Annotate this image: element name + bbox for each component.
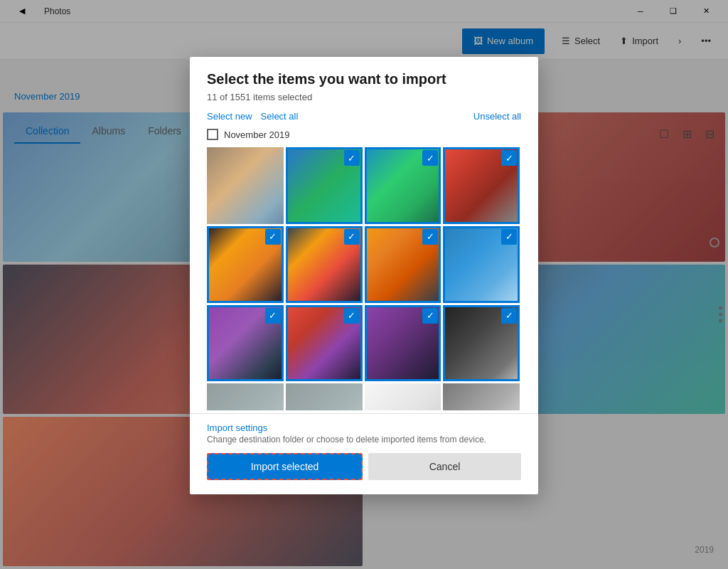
photo-cell-2[interactable]: ✓	[286, 147, 363, 224]
photo-grid: ✓✓✓✓✓✓✓✓✓✓✓	[207, 147, 521, 410]
dialog-title: Select the items you want to import	[207, 71, 521, 87]
select-all-button[interactable]: Select all	[261, 111, 299, 122]
group-checkbox[interactable]	[207, 129, 218, 140]
group-checkbox-label: November 2019	[224, 129, 290, 140]
group-checkbox-row: November 2019	[207, 129, 521, 140]
photo-cell-9[interactable]: ✓	[207, 305, 284, 382]
import-settings-link[interactable]: Import settings	[207, 422, 267, 433]
select-new-button[interactable]: Select new	[207, 111, 252, 122]
photo-cell-13[interactable]	[207, 383, 284, 410]
photo-cell-5[interactable]: ✓	[207, 226, 284, 303]
check-badge-7: ✓	[422, 229, 438, 245]
photo-cell-15[interactable]	[365, 383, 441, 410]
photo-bg-15	[365, 383, 441, 410]
photo-cell-7[interactable]: ✓	[365, 226, 441, 303]
import-selected-button[interactable]: Import selected	[207, 453, 363, 480]
photo-bg-13	[207, 383, 284, 410]
photo-bg-14	[286, 383, 363, 410]
dialog-actions-row: Select new Select all Unselect all	[207, 111, 521, 122]
check-badge-8: ✓	[501, 229, 517, 245]
photo-cell-10[interactable]: ✓	[286, 305, 363, 382]
photo-cell-1[interactable]	[207, 147, 284, 224]
check-badge-4: ✓	[501, 150, 517, 166]
check-badge-5: ✓	[265, 229, 281, 245]
dialog-actions-left: Select new Select all	[207, 111, 298, 122]
unselect-all-button[interactable]: Unselect all	[473, 111, 521, 122]
photo-cell-14[interactable]	[286, 383, 363, 410]
photo-cell-4[interactable]: ✓	[443, 147, 520, 224]
check-badge-3: ✓	[422, 150, 438, 166]
import-dialog: Select the items you want to import 11 o…	[190, 57, 538, 494]
photo-cell-16[interactable]	[443, 383, 520, 410]
photo-bg-16	[443, 383, 520, 410]
photo-cell-12[interactable]: ✓	[443, 305, 520, 382]
photo-cell-11[interactable]: ✓	[365, 305, 441, 382]
photo-grid-container[interactable]: ✓✓✓✓✓✓✓✓✓✓✓	[207, 147, 521, 410]
check-badge-12: ✓	[501, 308, 517, 324]
check-badge-6: ✓	[344, 229, 360, 245]
cancel-button[interactable]: Cancel	[368, 453, 521, 480]
check-badge-2: ✓	[344, 150, 360, 166]
import-settings-section: Import settings Change destination folde…	[190, 413, 538, 445]
dialog-content: Select the items you want to import 11 o…	[190, 57, 538, 410]
dialog-footer: Import selected Cancel	[190, 453, 538, 494]
check-badge-11: ✓	[422, 308, 438, 324]
dialog-subtitle: 11 of 1551 items selected	[207, 92, 521, 102]
photo-cell-8[interactable]: ✓	[443, 226, 520, 303]
check-badge-10: ✓	[344, 308, 360, 324]
photo-cell-3[interactable]: ✓	[365, 147, 441, 224]
check-badge-9: ✓	[265, 308, 281, 324]
import-settings-desc: Change destination folder or choose to d…	[207, 435, 521, 445]
photo-cell-6[interactable]: ✓	[286, 226, 363, 303]
photo-bg-1	[207, 147, 284, 224]
